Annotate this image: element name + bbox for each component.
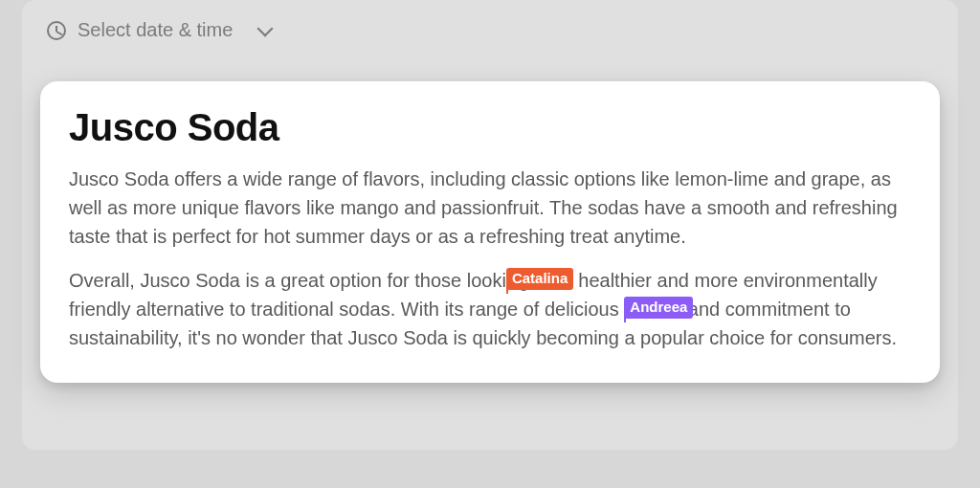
document-title[interactable]: Jusco Soda [69,106,911,149]
datetime-selector[interactable]: Select date & time [22,0,958,51]
collab-cursor-catalina: Catalina [506,270,508,291]
clock-icon [47,21,66,40]
collab-name-tag: Catalina [506,268,573,290]
document-paragraph[interactable]: Jusco Soda offers a wide range of flavor… [69,165,911,251]
document-card: Jusco Soda Jusco Soda offers a wide rang… [40,81,940,383]
document-paragraph[interactable]: Overall, Jusco Soda is a great option fo… [69,266,911,352]
text-run: Overall, Jusco Soda is a great option fo… [69,270,506,291]
collab-name-tag: Andreea [624,297,693,319]
chevron-down-icon [257,20,274,36]
datetime-label: Select date & time [78,19,233,41]
collab-cursor-andreea: Andreea [624,299,626,320]
